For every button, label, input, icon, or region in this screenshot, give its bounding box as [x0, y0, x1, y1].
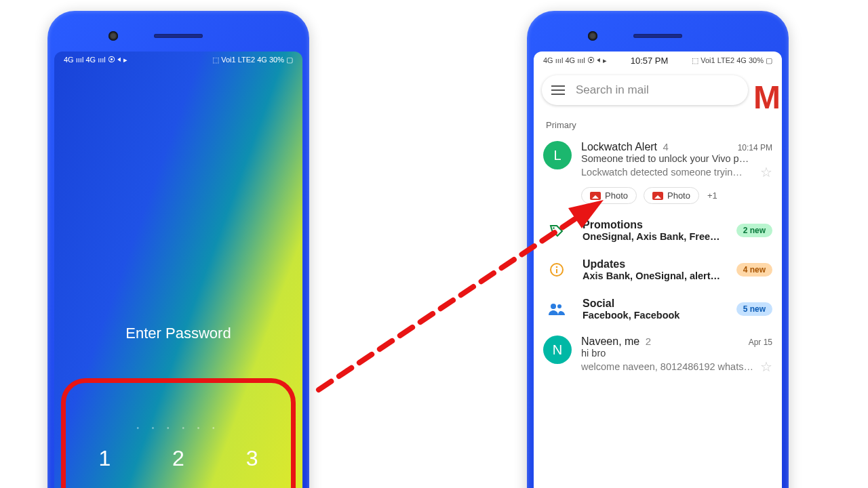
new-badge: 4 new — [736, 263, 772, 277]
sender-name: Naveen, me — [581, 336, 639, 347]
status-time: 10:57 PM — [631, 56, 669, 66]
svg-point-4 — [551, 304, 556, 309]
category-desc: Axis Bank, OneSignal, alerts… — [583, 270, 724, 281]
pin-dots: • • • • • • — [68, 424, 289, 431]
status-left: 4G ıııl 4G ıııl ⦿ ◀ ▸ — [64, 56, 127, 64]
photo-icon — [590, 192, 601, 200]
tag-icon — [543, 222, 570, 239]
search-bar[interactable]: Search in mail — [542, 75, 748, 105]
photo-attachment-chip[interactable]: Photo — [581, 187, 637, 204]
info-icon — [543, 262, 570, 278]
gmail-screen: 4G ıııl 4G ıııl ⦿ ◀ ▸ 10:57 PM ⬚ Voi1 LT… — [534, 52, 782, 488]
speaker-icon — [154, 34, 203, 38]
category-updates[interactable]: Updates Axis Bank, OneSignal, alerts… 4 … — [534, 250, 782, 289]
category-title: Updates — [583, 258, 724, 270]
front-camera-icon — [588, 31, 597, 41]
keypad-key-1[interactable]: 1 — [85, 446, 123, 471]
status-bar: 4G ıııl 4G ıııl ⦿ ◀ ▸ 10:57 PM ⬚ Voi1 LT… — [534, 52, 782, 68]
category-desc: Facebook, Facebook — [583, 310, 724, 321]
category-promotions[interactable]: Promotions OneSignal, Axis Bank, Freech…… — [534, 211, 782, 250]
more-attachments[interactable]: +1 — [707, 190, 717, 201]
star-icon[interactable]: ☆ — [760, 164, 772, 180]
primary-section-label: Primary — [534, 110, 782, 134]
photo-attachment-chip[interactable]: Photo — [644, 187, 699, 204]
status-right: ⬚ Voi1 LTE2 4G 30% ▢ — [692, 56, 772, 65]
speaker-icon — [633, 34, 682, 38]
keypad-key-3[interactable]: 3 — [233, 446, 271, 471]
category-title: Social — [583, 298, 724, 310]
new-badge: 5 new — [736, 302, 772, 316]
social-icon — [543, 302, 570, 317]
star-icon[interactable]: ☆ — [760, 359, 772, 375]
chip-label: Photo — [667, 190, 690, 201]
email-subject: Someone tried to unlock your Vivo p… — [581, 153, 772, 164]
phone-frame-gmail: 4G ıııl 4G ıııl ⦿ ◀ ▸ 10:57 PM ⬚ Voi1 LT… — [527, 11, 789, 488]
svg-point-2 — [556, 266, 558, 268]
new-badge: 2 new — [736, 224, 772, 237]
thread-count: 2 — [646, 336, 651, 347]
avatar: L — [543, 141, 572, 169]
email-time: 10:14 PM — [738, 143, 772, 152]
status-right: ⬚ Voi1 LTE2 4G 30% ▢ — [212, 56, 293, 64]
status-left: 4G ıııl 4G ıııl ⦿ ◀ ▸ — [543, 56, 607, 65]
svg-point-5 — [557, 304, 561, 308]
phone-frame-lockscreen: 4G ıııl 4G ıııl ⦿ ◀ ▸ ⬚ Voi1 LTE2 4G 30%… — [47, 11, 309, 488]
svg-point-0 — [553, 227, 555, 229]
email-row-lockwatch[interactable]: L Lockwatch Alert 4 10:14 PM Someone tri… — [534, 134, 782, 211]
photo-icon — [652, 192, 663, 200]
category-desc: OneSignal, Axis Bank, Freech… — [583, 231, 724, 242]
hamburger-menu-icon[interactable] — [551, 85, 565, 95]
avatar: N — [543, 336, 572, 364]
status-bar: 4G ıııl 4G ıııl ⦿ ◀ ▸ ⬚ Voi1 LTE2 4G 30%… — [54, 52, 302, 67]
category-title: Promotions — [583, 219, 724, 231]
thread-count: 4 — [663, 141, 669, 152]
sender-name: Lockwatch Alert — [581, 141, 657, 152]
email-snippet: Lockwatch detected someone tryin… — [581, 167, 756, 178]
category-social[interactable]: Social Facebook, Facebook 5 new — [534, 289, 782, 329]
front-camera-icon — [108, 31, 118, 41]
gmail-logo-icon: M — [753, 79, 776, 116]
svg-rect-3 — [556, 269, 557, 273]
email-subject: hi bro — [581, 348, 772, 359]
attachment-chips: Photo Photo +1 — [581, 187, 772, 204]
numeric-keypad: • • • • • • 1 2 3 4 5 6 — [54, 419, 302, 488]
enter-password-label: Enter Password — [54, 325, 302, 342]
keypad-key-2[interactable]: 2 — [159, 446, 197, 471]
chip-label: Photo — [605, 190, 628, 201]
lockscreen: 4G ıııl 4G ıııl ⦿ ◀ ▸ ⬚ Voi1 LTE2 4G 30%… — [54, 52, 302, 488]
email-row-naveen[interactable]: N Naveen, me 2 Apr 15 hi bro welcome nav… — [534, 329, 782, 382]
search-placeholder: Search in mail — [576, 83, 738, 97]
email-time: Apr 15 — [749, 338, 772, 347]
email-snippet: welcome naveen, 8012486192 whats… — [581, 361, 756, 372]
